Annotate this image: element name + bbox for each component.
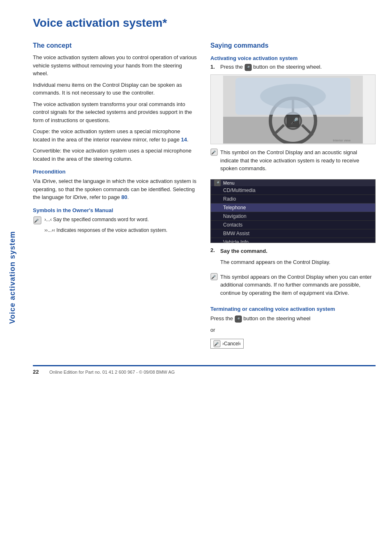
step-2-content: Say the command. The command appears on … <box>220 247 376 270</box>
page-container: Voice activation system Voice activation… <box>0 0 392 555</box>
svg-text:🎤: 🎤 <box>211 275 216 280</box>
menu-item-0: CD/Multimedia <box>211 186 375 195</box>
concept-para-3: The voice activation system transforms y… <box>33 100 198 125</box>
concept-para-1: The voice activation system allows you t… <box>33 53 198 78</box>
svg-text:🎤: 🎤 <box>211 150 216 155</box>
menu-voice-icon: 🎤 <box>214 180 221 186</box>
step-2-command: Say the command. <box>220 247 376 255</box>
menu-item-6: Vehicle Info <box>211 238 375 243</box>
sidebar: Voice activation system <box>0 0 25 555</box>
main-content: Voice activation system* The concept The… <box>25 0 392 555</box>
cancel-icon: 🎤 <box>213 340 221 347</box>
svg-text:🎤: 🎤 <box>245 65 250 70</box>
step-1-content: Press the 🎤 button on the steering wheel… <box>220 64 376 71</box>
steering-wheel-image: 🎤 Interior view <box>210 74 376 144</box>
svg-text:Interior view: Interior view <box>333 139 350 142</box>
menu-header-bar: 🎤 Menu <box>211 180 375 186</box>
svg-point-14 <box>260 84 326 109</box>
menu-item-2: Telephone <box>211 204 375 212</box>
cancel-box: 🎤 ›Cancel‹ <box>210 339 244 349</box>
menu-screenshot: 🎤 Menu CD/MultimediaRadioTelephoneNaviga… <box>210 179 376 243</box>
menu-item-5: BMW Assist <box>211 229 375 238</box>
step-1-suffix: button on the steering wheel. <box>253 64 322 70</box>
right-column: Saying commands Activating voice activat… <box>210 42 376 349</box>
two-col-layout: The concept The voice activation system … <box>33 42 376 349</box>
sidebar-label: Voice activation system <box>8 231 17 324</box>
svg-text:🎤: 🎤 <box>215 181 220 186</box>
step2-note-block: 🎤 This symbol appears on the Control Dis… <box>210 273 376 301</box>
svg-text:🎤: 🎤 <box>34 218 39 223</box>
precondition-text: Via iDrive, select the language in which… <box>33 177 198 201</box>
menu-items-list: CD/MultimediaRadioTelephoneNavigationCon… <box>211 186 375 243</box>
voice-ready-icon: 🎤 <box>210 148 218 157</box>
concept-para-2: Individual menu items on the Control Dis… <box>33 81 198 97</box>
symbol-row-2: ››...‹‹ Indicates responses of the voice… <box>33 227 198 234</box>
svg-text:🎤: 🎤 <box>235 317 240 322</box>
cancel-label: ›Cancel‹ <box>222 341 241 347</box>
readiness-info: 🎤 This symbol on the Control Display and… <box>210 148 376 176</box>
symbol-row-1: 🎤 ›...‹ Say the specified commands word … <box>33 216 198 225</box>
footer: 22 Online Edition for Part no. 01 41 2 6… <box>33 365 376 375</box>
left-column: The concept The voice activation system … <box>33 42 198 349</box>
terminating-button-icon: 🎤 <box>235 315 242 323</box>
activating-heading: Activating voice activation system <box>210 55 376 61</box>
concept-heading: The concept <box>33 42 198 49</box>
step-2-detail: The command appears on the Control Displ… <box>220 258 376 266</box>
symbols-heading: Symbols in the Owner's Manual <box>33 207 198 213</box>
menu-item-1: Radio <box>211 195 375 204</box>
terminating-text: Press the 🎤 button on the steering wheel <box>210 314 376 323</box>
footer-note: Online Edition for Part no. 01 41 2 600 … <box>49 370 175 375</box>
svg-text:🎤: 🎤 <box>214 342 219 347</box>
step-2-num: 2. <box>210 247 217 270</box>
terminating-or: or <box>210 326 376 334</box>
footer-page-number: 22 <box>33 369 43 375</box>
saying-heading: Saying commands <box>210 42 376 49</box>
symbol-2-text: ››...‹‹ Indicates responses of the voice… <box>44 227 167 234</box>
step-1-num: 1. <box>210 64 217 71</box>
step-2: 2. Say the command. The command appears … <box>210 247 376 270</box>
menu-header-label: Menu <box>223 180 235 185</box>
concept-para-5: Convertible: the voice activation system… <box>33 147 198 163</box>
concept-para-4: Coupe: the voice activation system uses … <box>33 127 198 143</box>
step2-note-text: This symbol appears on the Control Displ… <box>220 273 376 297</box>
svg-text:🎤: 🎤 <box>291 117 299 125</box>
steering-wheel-button-icon: 🎤 <box>244 64 252 71</box>
symbol-1-text: ›...‹ Say the specified commands word fo… <box>44 216 149 223</box>
voice-additional-icon: 🎤 <box>210 273 218 282</box>
page-title: Voice activation system* <box>33 16 376 30</box>
menu-item-4: Contacts <box>211 221 375 229</box>
menu-item-3: Navigation <box>211 212 375 221</box>
terminating-heading: Terminating or canceling voice activatio… <box>210 306 376 312</box>
step-1-text: Press the <box>220 64 243 70</box>
voice-symbol-icon-1: 🎤 <box>33 216 42 225</box>
readiness-text: This symbol on the Control Display and a… <box>220 148 376 173</box>
step-1: 1. Press the 🎤 button on the steering wh… <box>210 64 376 71</box>
precondition-heading: Precondition <box>33 169 198 175</box>
